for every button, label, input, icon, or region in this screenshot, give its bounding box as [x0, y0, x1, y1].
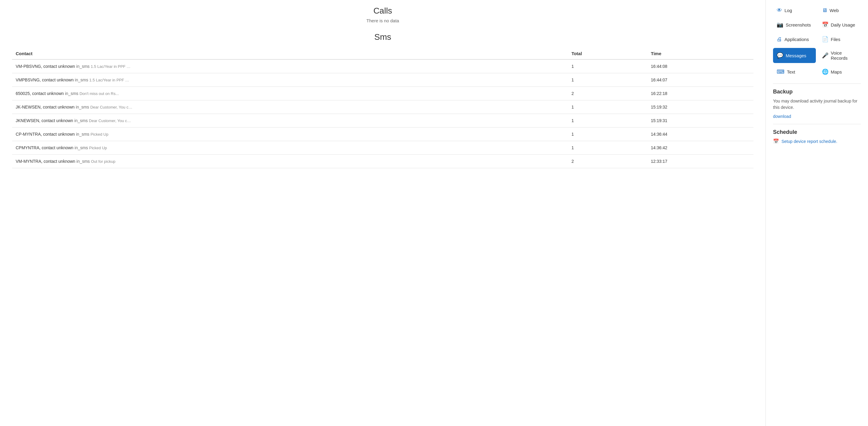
contact-info-7: VM-MYNTRA, contact unknown in_sms Out fo…	[16, 159, 564, 164]
contact-preview-5: Picked Up	[90, 132, 108, 136]
nav-item-maps[interactable]: 🌐Maps	[818, 66, 861, 78]
table-row: VMPBSVNG, contact unknown in_sms 1.5 Lac…	[12, 73, 753, 87]
divider-backup	[773, 84, 861, 84]
contact-cell-4: JKNEWSEN, contact unknown in_sms Dear Cu…	[12, 114, 568, 127]
backup-title: Backup	[773, 89, 861, 95]
applications-icon: 🖨	[777, 36, 782, 42]
contact-cell-2: 650025, contact unknown in_sms Don't mis…	[12, 87, 568, 100]
contact-name-4: JKNEWSEN, contact unknown	[16, 118, 74, 123]
contact-type-2: in_sms	[65, 91, 79, 96]
time-cell-5: 14:36:44	[647, 127, 753, 141]
table-row: 650025, contact unknown in_sms Don't mis…	[12, 87, 753, 100]
schedule-title: Schedule	[773, 129, 861, 135]
contact-preview-4: Dear Customer, You c…	[89, 119, 131, 123]
nav-item-web[interactable]: 🖥Web	[818, 5, 861, 16]
nav-label-messages: Messages	[786, 53, 806, 58]
contact-type-1: in_sms	[75, 78, 89, 82]
table-row: VM-MYNTRA, contact unknown in_sms Out fo…	[12, 155, 753, 168]
nav-label-screenshots: Screenshots	[786, 22, 811, 27]
maps-icon: 🌐	[822, 68, 829, 75]
contact-type-5: in_sms	[76, 132, 90, 136]
time-cell-6: 14:36:42	[647, 141, 753, 155]
nav-item-text[interactable]: ⌨Text	[773, 66, 816, 78]
time-cell-1: 16:44:07	[647, 73, 753, 87]
text-icon: ⌨	[777, 68, 784, 75]
nav-item-messages[interactable]: 💬Messages	[773, 48, 816, 63]
col-header-total: Total	[568, 48, 647, 59]
contact-preview-1: 1.5 Lac/Year in PPF …	[89, 78, 129, 82]
table-row: CPMYNTRA, contact unknown in_sms Picked …	[12, 141, 753, 155]
total-cell-2: 2	[568, 87, 647, 100]
contact-name-3: JK-NEWSEN, contact unknown	[16, 104, 76, 110]
contact-name-0: VM-PBSVNG, contact unknown	[16, 64, 76, 69]
divider-schedule	[773, 124, 861, 124]
nav-item-screenshots[interactable]: 📷Screenshots	[773, 19, 816, 30]
download-link[interactable]: download	[773, 114, 791, 119]
time-cell-4: 15:19:31	[647, 114, 753, 127]
sms-table: Contact Total Time VM-PBSVNG, contact un…	[12, 48, 753, 168]
nav-label-web: Web	[830, 8, 839, 13]
contact-name-7: VM-MYNTRA, contact unknown	[16, 159, 76, 164]
total-cell-7: 2	[568, 155, 647, 168]
col-header-contact: Contact	[12, 48, 568, 59]
contact-info-4: JKNEWSEN, contact unknown in_sms Dear Cu…	[16, 118, 564, 123]
contact-info-0: VM-PBSVNG, contact unknown in_sms 1.5 La…	[16, 64, 564, 69]
time-cell-2: 16:22:18	[647, 87, 753, 100]
screenshots-icon: 📷	[777, 22, 783, 28]
nav-label-files: Files	[831, 37, 841, 42]
calendar-icon: 📅	[773, 139, 779, 144]
table-row: JK-NEWSEN, contact unknown in_sms Dear C…	[12, 100, 753, 114]
contact-info-2: 650025, contact unknown in_sms Don't mis…	[16, 91, 564, 96]
main-content: Calls There is no data Sms Contact Total…	[0, 0, 766, 426]
contact-preview-6: Picked Up	[89, 146, 107, 150]
total-cell-0: 1	[568, 59, 647, 73]
time-cell-3: 15:19:32	[647, 100, 753, 114]
files-icon: 📄	[822, 36, 829, 42]
nav-grid: 👁Log🖥Web📷Screenshots📅Daily Usage🖨Applica…	[773, 5, 861, 78]
log-icon: 👁	[777, 7, 782, 13]
sms-title: Sms	[12, 32, 753, 42]
contact-info-6: CPMYNTRA, contact unknown in_sms Picked …	[16, 145, 564, 150]
calls-title: Calls	[12, 6, 753, 16]
contact-preview-3: Dear Customer, You c…	[90, 105, 132, 110]
nav-label-text: Text	[787, 69, 795, 74]
backup-description: You may download activity journal backup…	[773, 98, 861, 111]
contact-name-6: CPMYNTRA, contact unknown	[16, 145, 74, 150]
nav-item-files[interactable]: 📄Files	[818, 33, 861, 45]
contact-type-6: in_sms	[74, 145, 89, 150]
time-cell-0: 16:44:08	[647, 59, 753, 73]
contact-cell-5: CP-MYNTRA, contact unknown in_sms Picked…	[12, 127, 568, 141]
nav-item-applications[interactable]: 🖨Applications	[773, 33, 816, 45]
sms-section: Sms Contact Total Time VM-PBSVNG, contac…	[12, 32, 753, 168]
contact-info-1: VMPBSVNG, contact unknown in_sms 1.5 Lac…	[16, 78, 564, 82]
nav-label-applications: Applications	[784, 37, 809, 42]
nav-label-maps: Maps	[831, 69, 842, 74]
nav-item-voice-records[interactable]: 🎤Voice Records	[818, 48, 861, 63]
contact-preview-7: Out for pickup	[91, 159, 116, 164]
schedule-link[interactable]: 📅 Setup device report schedule.	[773, 139, 861, 144]
contact-name-5: CP-MYNTRA, contact unknown	[16, 132, 76, 136]
total-cell-4: 1	[568, 114, 647, 127]
calls-no-data: There is no data	[12, 18, 753, 23]
nav-item-log[interactable]: 👁Log	[773, 5, 816, 16]
calls-section: Calls There is no data	[12, 6, 753, 23]
table-row: VM-PBSVNG, contact unknown in_sms 1.5 La…	[12, 59, 753, 73]
total-cell-3: 1	[568, 100, 647, 114]
schedule-link-label: Setup device report schedule.	[781, 139, 837, 144]
contact-cell-1: VMPBSVNG, contact unknown in_sms 1.5 Lac…	[12, 73, 568, 87]
total-cell-6: 1	[568, 141, 647, 155]
web-icon: 🖥	[822, 7, 827, 13]
contact-cell-7: VM-MYNTRA, contact unknown in_sms Out fo…	[12, 155, 568, 168]
contact-cell-3: JK-NEWSEN, contact unknown in_sms Dear C…	[12, 100, 568, 114]
total-cell-5: 1	[568, 127, 647, 141]
contact-preview-2: Don't miss out on Rs...	[80, 91, 119, 96]
time-cell-7: 12:33:17	[647, 155, 753, 168]
daily-usage-icon: 📅	[822, 22, 829, 28]
sidebar: 👁Log🖥Web📷Screenshots📅Daily Usage🖨Applica…	[766, 0, 868, 426]
col-header-time: Time	[647, 48, 753, 59]
contact-name-2: 650025, contact unknown	[16, 91, 65, 96]
contact-type-7: in_sms	[76, 159, 91, 164]
nav-item-daily-usage[interactable]: 📅Daily Usage	[818, 19, 861, 30]
contact-type-4: in_sms	[74, 118, 89, 123]
contact-info-3: JK-NEWSEN, contact unknown in_sms Dear C…	[16, 104, 564, 110]
